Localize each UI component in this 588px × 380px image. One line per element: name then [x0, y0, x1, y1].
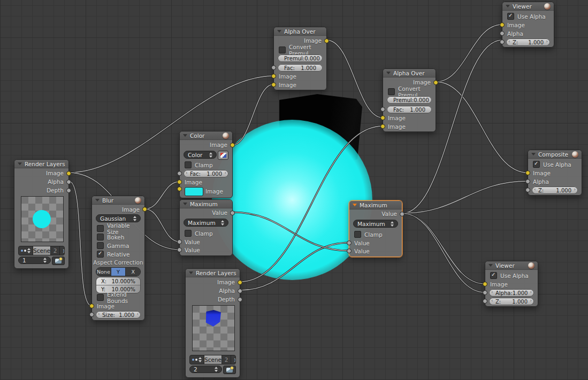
bokeh-checkbox[interactable] — [97, 234, 104, 241]
socket-image2-input[interactable] — [271, 82, 276, 87]
node-header[interactable]: Color — [180, 131, 232, 140]
z-slider[interactable]: Z:1.000 — [489, 298, 534, 305]
socket-alpha-output[interactable] — [66, 180, 71, 184]
socket-alpha-output[interactable] — [238, 289, 242, 293]
socket-image-output[interactable] — [230, 143, 235, 148]
socket-value2-input[interactable] — [177, 247, 182, 252]
node-viewer-bottom[interactable]: Viewer Use Alpha Image Alpha:1.000 Z:1.0… — [485, 261, 538, 307]
socket-alpha-input[interactable] — [525, 179, 530, 184]
z-slider[interactable]: Z:1.000 — [506, 38, 550, 46]
node-render-layers-2[interactable]: Render Layers Image Alpha Depth Scene 2 … — [185, 268, 240, 378]
node-header[interactable]: Render Layers — [186, 269, 240, 277]
collapse-icon[interactable] — [189, 272, 193, 274]
node-header[interactable]: Viewer — [502, 2, 554, 11]
socket-image-output[interactable] — [324, 38, 329, 43]
socket-image2-input[interactable] — [177, 187, 182, 191]
math-operation-select[interactable]: Maximum — [353, 220, 398, 228]
socket-fac-input[interactable] — [177, 171, 182, 176]
segment-x[interactable]: X — [125, 268, 140, 276]
clamp-checkbox[interactable] — [185, 230, 192, 237]
node-header[interactable]: Composite — [528, 150, 582, 159]
node-header[interactable]: Render Layers — [14, 160, 68, 168]
scene-selector[interactable]: Scene 2 × — [189, 355, 236, 365]
socket-image2-input[interactable] — [380, 124, 385, 129]
node-header[interactable]: Viewer — [485, 261, 538, 270]
alpha-slider[interactable]: Alpha:1.000 — [489, 289, 534, 297]
socket-image-input[interactable] — [500, 22, 505, 27]
socket-z-input[interactable] — [500, 40, 505, 44]
color-image-icon[interactable] — [218, 151, 228, 160]
render-result-icon[interactable] — [223, 366, 236, 374]
node-header[interactable]: Alpha Over — [383, 69, 436, 77]
render-result-icon[interactable] — [52, 257, 65, 265]
node-composite[interactable]: Composite Use Alpha Image Alpha Z:1.000 — [528, 150, 582, 196]
scene-name-button[interactable]: Scene — [204, 355, 222, 364]
socket-depth-output[interactable] — [238, 297, 242, 302]
socket-image-input[interactable] — [89, 304, 94, 308]
collapse-icon[interactable] — [488, 264, 493, 267]
socket-alpha-input[interactable] — [483, 290, 487, 295]
socket-value-output[interactable] — [230, 211, 235, 215]
socket-image1-input[interactable] — [380, 115, 385, 120]
user-count-badge[interactable]: 2 — [222, 355, 231, 364]
collapse-icon[interactable] — [183, 134, 187, 137]
socket-image-output[interactable] — [142, 207, 147, 212]
unlink-button[interactable]: × — [60, 246, 65, 255]
fac-slider[interactable]: Fac:1.000 — [387, 106, 432, 113]
node-alpha-over-2[interactable]: Alpha Over Image Convert Premul Premul:0… — [383, 68, 436, 132]
collapse-icon[interactable] — [353, 204, 357, 206]
segment-y[interactable]: Y — [111, 268, 126, 276]
use-alpha-checkbox[interactable] — [507, 13, 514, 20]
socket-image-output[interactable] — [433, 80, 438, 85]
size-slider[interactable]: Size:1.000 — [96, 311, 141, 319]
unlink-button[interactable]: × — [231, 355, 236, 364]
node-render-layers-1[interactable]: Render Layers Image Alpha Depth Scene 2 … — [14, 159, 69, 269]
collapse-icon[interactable] — [506, 5, 510, 7]
convert-premul-checkbox[interactable] — [279, 46, 286, 53]
use-alpha-checkbox[interactable] — [533, 161, 540, 168]
socket-value1-input[interactable] — [347, 241, 352, 245]
collapse-icon[interactable] — [18, 162, 22, 165]
socket-image-output[interactable] — [66, 171, 71, 176]
socket-image-input[interactable] — [525, 170, 530, 175]
collapse-icon[interactable] — [531, 153, 536, 156]
z-slider[interactable]: Z:1.000 — [532, 187, 578, 194]
segment-none[interactable]: None — [96, 268, 111, 276]
aspect-segment-control[interactable]: None Y X — [96, 267, 141, 276]
collapse-icon[interactable] — [95, 199, 100, 201]
fac-slider[interactable]: Fac:1.000 — [184, 170, 228, 177]
socket-image1-input[interactable] — [271, 74, 276, 79]
scene-name-button[interactable]: Scene — [33, 246, 50, 255]
socket-image-output[interactable] — [238, 280, 242, 285]
gamma-checkbox[interactable] — [97, 242, 104, 249]
collapse-icon[interactable] — [277, 30, 281, 33]
extend-bounds-checkbox[interactable] — [97, 294, 104, 301]
socket-image-input[interactable] — [483, 282, 487, 286]
render-layer-select[interactable]: 2 — [189, 366, 222, 373]
collapse-icon[interactable] — [183, 203, 187, 205]
socket-fac-input[interactable] — [380, 107, 385, 112]
node-blur[interactable]: Blur Image Gaussian Variable Size Bokeh … — [91, 196, 145, 321]
socket-size-input[interactable] — [89, 312, 94, 317]
socket-value2-input[interactable] — [347, 249, 352, 253]
fac-slider[interactable]: Fac:1.000 — [278, 64, 323, 72]
scene-selector[interactable]: Scene 2 × — [18, 246, 65, 255]
clamp-checkbox[interactable] — [185, 161, 192, 168]
clamp-checkbox[interactable] — [354, 231, 361, 238]
render-layer-select[interactable]: 1 — [18, 257, 51, 264]
socket-z-input[interactable] — [525, 188, 530, 192]
relative-checkbox[interactable] — [97, 251, 104, 258]
node-header[interactable]: Maximum — [180, 200, 232, 208]
x-percent-field[interactable]: X:10.000% — [96, 277, 140, 285]
blend-mode-select[interactable]: Color — [184, 151, 217, 159]
socket-image1-input[interactable] — [177, 180, 182, 184]
math-operation-select[interactable]: Maximum — [184, 219, 228, 227]
node-viewer-top[interactable]: Viewer Use Alpha Image Alpha Z:1.000 — [502, 2, 554, 48]
premul-slider[interactable]: Premul:0.000 — [387, 96, 432, 104]
blur-filter-select[interactable]: Gaussian — [96, 214, 141, 222]
node-alpha-over-1[interactable]: Alpha Over Image Convert Premul Premul:0… — [273, 27, 327, 90]
node-editor-canvas[interactable]: Render Layers Image Alpha Depth Scene 2 … — [0, 0, 588, 380]
node-header[interactable]: Maximum — [349, 201, 402, 210]
socket-depth-output[interactable] — [66, 188, 71, 193]
node-maximum-2-selected[interactable]: Maximum Value Maximum Clamp Value Value — [349, 200, 402, 257]
